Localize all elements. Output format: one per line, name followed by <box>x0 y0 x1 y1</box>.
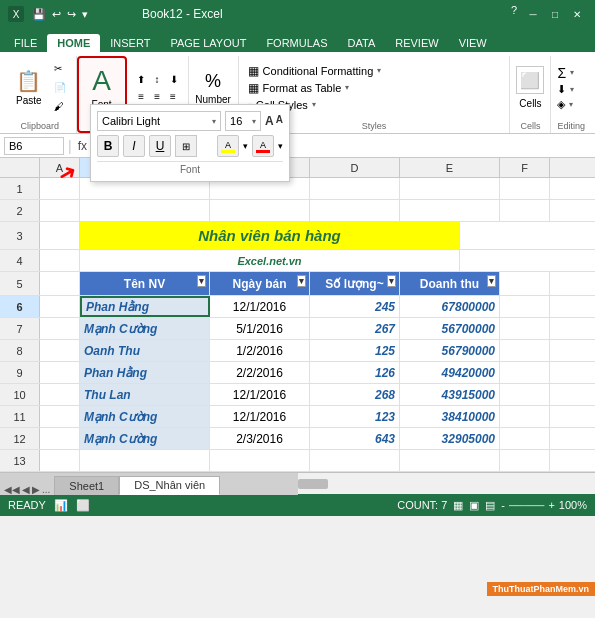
align-top-button[interactable]: ⬆ <box>133 72 149 87</box>
tab-review[interactable]: REVIEW <box>385 34 448 52</box>
align-right-button[interactable]: ≡ <box>166 89 180 104</box>
cell-c5[interactable]: Ngày bán ▾ <box>210 272 310 295</box>
tab-page-layout[interactable]: PAGE LAYOUT <box>160 34 256 52</box>
cell-d9[interactable]: 126 <box>310 362 400 383</box>
cell-d12[interactable]: 643 <box>310 428 400 449</box>
font-increase-button[interactable]: A <box>265 114 274 128</box>
cell-title[interactable]: Nhân viên bán hàng <box>80 222 460 249</box>
sheet-nav-prev[interactable]: ◀ <box>22 484 30 495</box>
customize-button[interactable]: ▾ <box>80 8 90 21</box>
cell-f10[interactable] <box>500 384 550 405</box>
tab-home[interactable]: HOME <box>47 34 100 52</box>
fill-button[interactable]: ⬇ ▾ <box>557 83 585 96</box>
cell-a6[interactable] <box>40 296 80 317</box>
tab-insert[interactable]: INSERT <box>100 34 160 52</box>
undo-button[interactable]: ↩ <box>50 8 63 21</box>
cell-d6[interactable]: 245 <box>310 296 400 317</box>
sheet-tab-ds-nhanvien[interactable]: DS_Nhân viên <box>119 476 220 495</box>
underline-button[interactable]: U <box>149 135 171 157</box>
cell-d11[interactable]: 123 <box>310 406 400 427</box>
cell-c13[interactable] <box>210 450 310 471</box>
cell-a10[interactable] <box>40 384 80 405</box>
conditional-formatting-button[interactable]: ▦ Conditional Formatting ▾ <box>245 63 504 79</box>
cell-b11[interactable]: Mạnh Cường <box>80 406 210 427</box>
cell-e6[interactable]: 67800000 <box>400 296 500 317</box>
cell-e9[interactable]: 49420000 <box>400 362 500 383</box>
restore-button[interactable]: □ <box>545 4 565 24</box>
align-middle-button[interactable]: ↕ <box>151 72 164 87</box>
view-normal-icon[interactable]: ▦ <box>453 499 463 512</box>
zoom-control[interactable]: - ───── + 100% <box>501 499 587 511</box>
horizontal-scrollbar[interactable] <box>298 478 596 490</box>
redo-button[interactable]: ↪ <box>65 8 78 21</box>
cell-f5[interactable] <box>500 272 550 295</box>
copy-button[interactable]: 📄 <box>50 80 70 95</box>
cell-b12[interactable]: Mạnh Cường <box>80 428 210 449</box>
cell-f6[interactable] <box>500 296 550 317</box>
minimize-button[interactable]: ─ <box>523 4 543 24</box>
cell-e8[interactable]: 56790000 <box>400 340 500 361</box>
cell-reference-box[interactable]: B6 <box>4 137 64 155</box>
zoom-slider[interactable]: ───── <box>509 500 544 511</box>
cell-d7[interactable]: 267 <box>310 318 400 339</box>
cell-b7[interactable]: Mạnh Cường <box>80 318 210 339</box>
format-as-table-button[interactable]: ▦ Format as Table ▾ <box>245 80 504 96</box>
cell-a13[interactable] <box>40 450 80 471</box>
cell-e11[interactable]: 38410000 <box>400 406 500 427</box>
align-center-button[interactable]: ≡ <box>150 89 164 104</box>
cell-d13[interactable] <box>310 450 400 471</box>
col-header-e[interactable]: E <box>400 158 500 177</box>
cell-f9[interactable] <box>500 362 550 383</box>
sheet-nav-first[interactable]: ◀◀ <box>4 484 20 495</box>
cell-a8[interactable] <box>40 340 80 361</box>
highlight-dropdown[interactable]: ▾ <box>243 141 248 151</box>
align-bottom-button[interactable]: ⬇ <box>166 72 182 87</box>
sheet-nav-next[interactable]: ▶ <box>32 484 40 495</box>
help-icon[interactable]: ? <box>507 4 521 24</box>
cell-c6[interactable]: 12/1/2016 <box>210 296 310 317</box>
close-button[interactable]: ✕ <box>567 4 587 24</box>
font-size-input[interactable]: 16 ▾ <box>225 111 261 131</box>
cell-f7[interactable] <box>500 318 550 339</box>
cell-b5[interactable]: Tên NV ▾ <box>80 272 210 295</box>
cell-d5[interactable]: Số lượng~ ▾ <box>310 272 400 295</box>
scrollbar-thumb[interactable] <box>298 479 328 489</box>
font-color-button[interactable]: A <box>252 135 274 157</box>
tab-formulas[interactable]: FORMULAS <box>256 34 337 52</box>
cell-d8[interactable]: 125 <box>310 340 400 361</box>
cell-b2[interactable] <box>80 200 210 221</box>
cell-a7[interactable] <box>40 318 80 339</box>
align-left-button[interactable]: ≡ <box>134 89 148 104</box>
cell-a12[interactable] <box>40 428 80 449</box>
tab-view[interactable]: VIEW <box>449 34 497 52</box>
cell-b8[interactable]: Oanh Thu <box>80 340 210 361</box>
font-color-dropdown[interactable]: ▾ <box>278 141 283 151</box>
cell-f2[interactable] <box>500 200 550 221</box>
cell-a11[interactable] <box>40 406 80 427</box>
cell-f12[interactable] <box>500 428 550 449</box>
border-button[interactable]: ⊞ <box>175 135 197 157</box>
cell-a2[interactable] <box>40 200 80 221</box>
cell-d2[interactable] <box>310 200 400 221</box>
sheet-tab-sheet1[interactable]: Sheet1 <box>54 476 119 495</box>
font-name-input[interactable]: Calibri Light ▾ <box>97 111 221 131</box>
bold-button[interactable]: B <box>97 135 119 157</box>
col-header-f[interactable]: F <box>500 158 550 177</box>
autosum-button[interactable]: Σ ▾ <box>557 65 585 81</box>
cell-c12[interactable]: 2/3/2016 <box>210 428 310 449</box>
cell-a4[interactable] <box>40 250 80 271</box>
view-page-icon[interactable]: ▤ <box>485 499 495 512</box>
tab-data[interactable]: DATA <box>338 34 386 52</box>
format-painter-button[interactable]: 🖌 <box>50 99 70 114</box>
italic-button[interactable]: I <box>123 135 145 157</box>
cell-e2[interactable] <box>400 200 500 221</box>
cell-f1[interactable] <box>500 178 550 199</box>
cell-f11[interactable] <box>500 406 550 427</box>
cell-e1[interactable] <box>400 178 500 199</box>
cell-b13[interactable] <box>80 450 210 471</box>
cut-button[interactable]: ✂ <box>50 61 70 76</box>
tab-file[interactable]: FILE <box>4 34 47 52</box>
cell-c8[interactable]: 1/2/2016 <box>210 340 310 361</box>
paste-button[interactable]: 📋 Paste <box>10 65 48 110</box>
zoom-in-button[interactable]: + <box>548 499 554 511</box>
